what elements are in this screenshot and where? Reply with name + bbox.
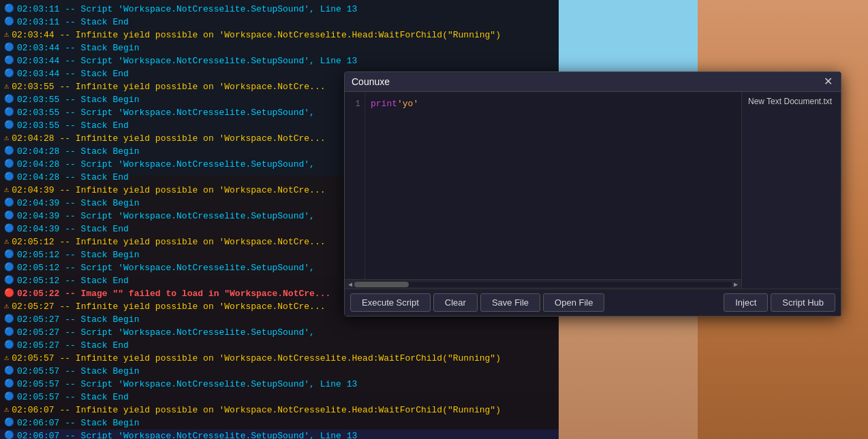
modal-title: Counuxe (352, 76, 390, 87)
warn-icon: ⚠ (4, 184, 9, 196)
info-icon: 🔵 (4, 275, 14, 287)
info-icon: 🔵 (4, 210, 14, 222)
console-text: 02:03:44 -- Script 'Workspace.NotCressel… (17, 55, 357, 67)
console-text: 02:03:44 -- Stack Begin (17, 42, 139, 54)
console-text: 02:03:11 -- Script 'Workspace.NotCressel… (17, 3, 357, 15)
info-icon: 🔵 (4, 378, 14, 390)
info-icon: 🔵 (4, 314, 14, 325)
execute-script-button[interactable]: Execute Script (350, 293, 431, 312)
console-text: 02:06:07 -- Script 'Workspace.NotCressel… (17, 430, 357, 439)
console-line: ⚠02:06:07 -- Infinite yield possible on … (0, 404, 559, 417)
console-line: 🔵02:03:11 -- Script 'Workspace.NotCresse… (0, 3, 559, 16)
info-icon: 🔵 (4, 197, 14, 209)
console-text: 02:03:55 -- Script 'Workspace.NotCressel… (17, 107, 315, 118)
console-text: 02:05:12 -- Stack End (17, 275, 129, 287)
console-line: ⚠02:05:57 -- Infinite yield possible on … (0, 352, 559, 365)
warn-icon: ⚠ (4, 404, 9, 416)
console-text: 02:03:55 -- Stack End (17, 120, 129, 131)
counuxe-modal[interactable]: Counuxe ✕ 1 print'yo' ◀ ▶ New Text Docum (344, 71, 841, 316)
button-bar: Execute Script Clear Save File Open File… (345, 289, 841, 316)
clear-button[interactable]: Clear (433, 293, 478, 312)
open-file-button[interactable]: Open File (543, 293, 604, 312)
warn-icon: ⚠ (4, 29, 9, 41)
console-line: 🔵02:03:11 -- Stack End (0, 16, 559, 29)
file-item[interactable]: New Text Document.txt (745, 95, 838, 108)
warn-icon: ⚠ (4, 301, 9, 312)
console-text: 02:05:12 -- Stack Begin (17, 249, 139, 261)
file-panel: New Text Document.txt (742, 92, 841, 289)
console-text: 02:04:28 -- Stack End (17, 172, 129, 183)
console-line: 🔵02:06:07 -- Stack Begin (0, 417, 559, 429)
modal-close-button[interactable]: ✕ (822, 76, 834, 87)
code-string: 'yo' (397, 99, 418, 109)
info-icon: 🔵 (4, 146, 14, 157)
inject-button[interactable]: Inject (724, 293, 768, 312)
console-text: 02:05:27 -- Stack Begin (17, 314, 139, 325)
console-text: 02:04:28 -- Stack Begin (17, 146, 139, 157)
console-text: 02:04:39 -- Stack End (17, 223, 129, 235)
info-icon: 🔵 (4, 223, 14, 235)
info-icon: 🔵 (4, 430, 14, 439)
console-line: 🔵02:05:27 -- Stack End (0, 339, 559, 352)
console-line: 🔵02:06:07 -- Script 'Workspace.NotCresse… (0, 429, 559, 439)
console-text: 02:03:55 -- Stack Begin (17, 94, 139, 105)
console-text: 02:06:07 -- Stack Begin (17, 417, 139, 429)
console-line: ⚠02:03:44 -- Infinite yield possible on … (0, 29, 559, 42)
info-icon: 🔵 (4, 249, 14, 261)
scroll-left-icon[interactable]: ◀ (346, 280, 354, 289)
info-icon: 🔵 (4, 365, 14, 377)
info-icon: 🔵 (4, 417, 14, 429)
editor-area: 1 print'yo' ◀ ▶ (345, 92, 742, 289)
console-text: 02:04:28 -- Infinite yield possible on '… (12, 133, 325, 144)
console-line: 🔵02:05:57 -- Stack Begin (0, 365, 559, 378)
scrollbar-track[interactable] (354, 282, 732, 287)
info-icon: 🔵 (4, 120, 14, 131)
save-file-button[interactable]: Save File (480, 293, 540, 312)
info-icon: 🔵 (4, 55, 14, 67)
console-line: 🔵02:03:44 -- Script 'Workspace.NotCresse… (0, 54, 559, 67)
info-icon: 🔵 (4, 16, 14, 28)
editor-content: 1 print'yo' (345, 92, 741, 279)
console-line: 🔵02:03:44 -- Stack Begin (0, 42, 559, 54)
console-text: 02:03:55 -- Infinite yield possible on '… (12, 81, 325, 93)
console-text: 02:05:12 -- Script 'Workspace.NotCressel… (17, 262, 315, 274)
console-text: 02:03:11 -- Stack End (17, 16, 129, 28)
console-text: 02:03:44 -- Stack End (17, 68, 129, 80)
scrollbar-thumb[interactable] (354, 282, 409, 287)
console-text: 02:05:57 -- Stack Begin (17, 365, 139, 377)
info-icon: 🔵 (4, 340, 14, 351)
console-text: 02:04:39 -- Script 'Workspace.NotCressel… (17, 210, 315, 222)
console-text: 02:05:27 -- Infinite yield possible on '… (12, 301, 325, 312)
console-text: 02:05:27 -- Stack End (17, 340, 129, 351)
console-text: 02:04:39 -- Stack Begin (17, 197, 139, 209)
script-hub-button[interactable]: Script Hub (771, 293, 835, 312)
error-icon: 🔴 (4, 288, 14, 299)
code-display[interactable]: print'yo' (365, 92, 741, 279)
console-text: 02:06:07 -- Infinite yield possible on '… (12, 404, 501, 416)
scroll-right-icon[interactable]: ▶ (732, 280, 740, 289)
info-icon: 🔵 (4, 262, 14, 274)
console-line: 🔵02:05:57 -- Stack End (0, 391, 559, 404)
info-icon: 🔵 (4, 172, 14, 183)
code-keyword: print (371, 99, 397, 109)
console-text: 02:05:57 -- Infinite yield possible on '… (12, 353, 501, 364)
warn-icon: ⚠ (4, 133, 9, 144)
info-icon: 🔵 (4, 107, 14, 118)
info-icon: 🔵 (4, 68, 14, 80)
console-text: 02:05:22 -- Image "" failed to load in "… (17, 288, 330, 299)
line-numbers: 1 (345, 92, 365, 279)
console-text: 02:05:12 -- Infinite yield possible on '… (12, 236, 325, 248)
warn-icon: ⚠ (4, 353, 9, 364)
console-text: 02:05:27 -- Script 'Workspace.NotCressel… (17, 327, 315, 338)
info-icon: 🔵 (4, 327, 14, 338)
console-text: 02:03:44 -- Infinite yield possible on '… (12, 29, 501, 41)
warn-icon: ⚠ (4, 236, 9, 248)
editor-scrollbar[interactable]: ◀ ▶ (345, 279, 741, 289)
console-line: 🔵02:05:27 -- Script 'Workspace.NotCresse… (0, 326, 559, 339)
info-icon: 🔵 (4, 159, 14, 170)
info-icon: 🔵 (4, 94, 14, 105)
info-icon: 🔵 (4, 42, 14, 54)
modal-titlebar: Counuxe ✕ (345, 72, 841, 92)
info-icon: 🔵 (4, 391, 14, 403)
modal-body: 1 print'yo' ◀ ▶ New Text Document.txt (345, 92, 841, 289)
